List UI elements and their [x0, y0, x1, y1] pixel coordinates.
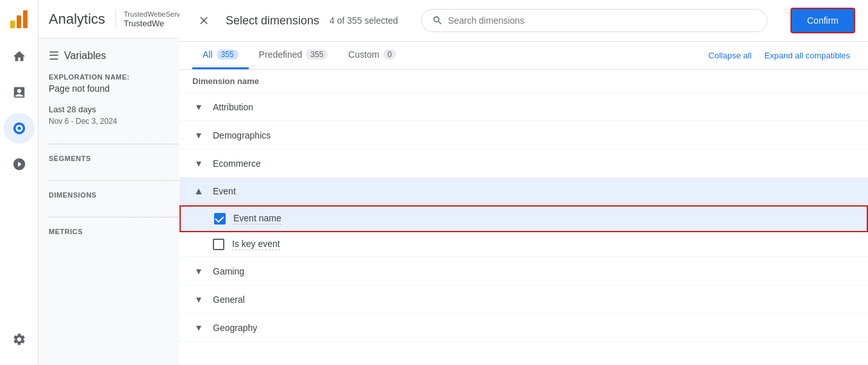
search-icon	[432, 15, 443, 26]
modal-close-button[interactable]	[192, 9, 215, 32]
is-key-event-checkbox[interactable]	[213, 239, 224, 250]
tab-custom-badge: 0	[383, 49, 397, 60]
dim-item-is-key-event[interactable]: Is key event	[179, 232, 868, 257]
tab-all-badge: 355	[217, 49, 238, 60]
reports-icon	[12, 85, 26, 99]
close-icon	[197, 14, 210, 27]
sidebar-item-reports[interactable]	[4, 77, 35, 108]
search-input[interactable]	[448, 15, 756, 26]
app-logo[interactable]	[0, 0, 38, 38]
group-event-label: Event	[213, 186, 236, 196]
date-row: Last 28 days ▾	[49, 104, 201, 114]
is-key-event-label: Is key event	[232, 239, 280, 250]
divider-dimensions	[49, 180, 201, 181]
select-dimensions-modal: Select dimensions 4 of 355 selected Conf…	[179, 0, 868, 365]
sidebar	[0, 0, 38, 365]
group-gaming[interactable]: ▾ Gaming	[179, 257, 868, 285]
sidebar-item-home[interactable]	[4, 41, 35, 72]
advertising-icon	[12, 157, 26, 171]
variables-title: Variables	[64, 50, 106, 62]
explore-icon	[12, 121, 26, 135]
property-info: TrustedWebeServi... TrustedWe	[115, 10, 188, 28]
sidebar-item-explore[interactable]	[4, 113, 35, 144]
event-name-label: Event name	[233, 213, 281, 225]
expand-all-compatibles-button[interactable]: Expand all compatibles	[759, 48, 855, 63]
modal-count: 4 of 355 selected	[330, 15, 398, 26]
modal-tabs: All 355 Predefined 355 Custom 0 Collapse…	[179, 42, 868, 70]
segments-label: SEGMENTS	[49, 155, 91, 162]
group-ecommerce-label: Ecommerce	[213, 158, 261, 169]
group-ecommerce[interactable]: ▾ Ecommerce	[179, 149, 868, 178]
sidebar-item-settings[interactable]	[4, 324, 35, 355]
chevron-down-icon: ▾	[192, 321, 205, 334]
gear-icon	[12, 332, 26, 346]
variables-icon: ☰	[49, 49, 59, 63]
modal-search-container[interactable]	[421, 9, 767, 32]
dim-item-event-name[interactable]: Event name	[179, 205, 868, 232]
svg-rect-2	[23, 10, 28, 28]
property-name-top: TrustedWebeServi...	[124, 10, 188, 19]
sidebar-bottom	[4, 321, 35, 365]
tab-custom[interactable]: Custom 0	[338, 42, 406, 69]
sidebar-item-advertising[interactable]	[4, 149, 35, 180]
exploration-name-label: EXPLORATION NAME:	[49, 73, 201, 81]
date-label: Last 28 days	[49, 105, 96, 114]
group-geography[interactable]: ▾ Geography	[179, 314, 868, 342]
home-icon	[12, 49, 26, 64]
group-general[interactable]: ▾ General	[179, 285, 868, 314]
variables-header: ☰ Variables	[49, 49, 201, 63]
chevron-down-icon: ▾	[192, 265, 205, 277]
dimension-column-header: Dimension name	[179, 70, 868, 93]
tab-all-label: All	[203, 49, 213, 60]
divider-metrics	[49, 217, 201, 217]
tab-predefined[interactable]: Predefined 355	[249, 42, 338, 69]
modal-header: Select dimensions 4 of 355 selected Conf…	[179, 0, 868, 42]
confirm-button[interactable]: Confirm	[790, 8, 855, 33]
property-name-main: TrustedWe	[124, 19, 188, 28]
dimensions-label: DIMENSIONS	[49, 191, 97, 199]
metrics-row: METRICS +	[49, 225, 201, 241]
group-attribution[interactable]: ▾ Attribution	[179, 93, 868, 121]
collapse-all-button[interactable]: Collapse all	[703, 48, 756, 63]
event-name-checkbox[interactable]	[214, 213, 226, 225]
analytics-logo-icon	[9, 9, 29, 30]
date-range: Nov 6 - Dec 3, 2024	[49, 117, 201, 126]
chevron-down-icon: ▾	[192, 293, 205, 305]
group-attribution-label: Attribution	[213, 102, 253, 112]
group-general-label: General	[213, 294, 245, 305]
tab-predefined-label: Predefined	[259, 49, 303, 60]
modal-tabs-right: Collapse all Expand all compatibles	[703, 48, 855, 63]
svg-rect-1	[17, 15, 21, 28]
chevron-up-icon: ▲	[192, 185, 205, 197]
group-event[interactable]: ▲ Event	[179, 178, 868, 205]
app-name: Analytics	[49, 11, 105, 28]
group-demographics[interactable]: ▾ Demographics	[179, 121, 868, 149]
modal-title: Select dimensions	[226, 14, 319, 28]
group-gaming-label: Gaming	[213, 266, 244, 276]
chevron-down-icon: ▾	[192, 157, 205, 169]
divider-segments	[49, 144, 201, 144]
chevron-down-icon: ▾	[192, 101, 205, 113]
group-geography-label: Geography	[213, 323, 257, 333]
group-demographics-label: Demographics	[213, 130, 271, 140]
segments-row: SEGMENTS +	[49, 152, 201, 167]
dimensions-list: Dimension name ▾ Attribution ▾ Demograph…	[179, 70, 868, 365]
tab-custom-label: Custom	[348, 49, 379, 60]
dimensions-row: DIMENSIONS +	[49, 189, 201, 204]
svg-rect-0	[10, 21, 15, 28]
tab-all[interactable]: All 355	[192, 42, 249, 69]
exploration-name-value: Page not found	[49, 83, 201, 94]
metrics-label: METRICS	[49, 228, 83, 235]
tab-predefined-badge: 355	[306, 49, 328, 60]
svg-point-5	[17, 126, 21, 130]
chevron-down-icon: ▾	[192, 129, 205, 141]
